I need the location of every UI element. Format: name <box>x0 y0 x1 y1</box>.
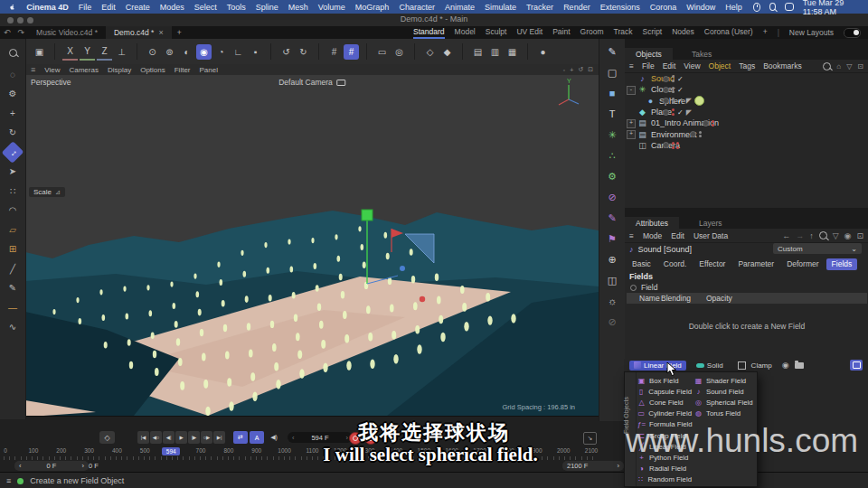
sound-mute-toggle[interactable]: ◀) <box>267 431 281 444</box>
om-menu-bookmarks[interactable]: Bookmarks <box>763 61 802 70</box>
enable-dot-icon[interactable] <box>663 87 669 93</box>
phong-tag-icon[interactable]: ◤ <box>686 97 692 105</box>
menu-item-cone-field[interactable]: △Cone Field <box>637 397 692 408</box>
folder-icon[interactable] <box>795 362 804 369</box>
attr-up-icon[interactable]: ↑ <box>809 231 814 240</box>
layout-tab-[interactable]: + <box>763 26 768 39</box>
measure-tool-icon[interactable]: — <box>5 300 21 315</box>
range-start-field[interactable]: ‹ 0 F › <box>14 461 89 471</box>
expander-icon[interactable]: + <box>627 130 636 139</box>
play-button[interactable]: ▶ <box>175 431 187 444</box>
menu-create[interactable]: Create <box>126 3 150 12</box>
time-machine-icon[interactable] <box>753 3 760 12</box>
playhead-marker[interactable]: 594 <box>162 447 180 455</box>
menu-corona[interactable]: Corona <box>650 3 677 12</box>
cursor-tool-icon[interactable]: ➤ <box>5 164 21 179</box>
layout-tab-track[interactable]: Track <box>614 26 633 39</box>
material-tag-icon[interactable] <box>694 96 704 106</box>
layout-tab-model[interactable]: Model <box>455 26 476 39</box>
scale-tool-icon[interactable]: ↔ <box>2 141 24 164</box>
apple-icon[interactable] <box>9 3 15 11</box>
menu-item-spherical-field[interactable]: ◎Spherical Field <box>694 397 754 408</box>
next-frame-button[interactable]: |▶ <box>188 431 200 444</box>
move-tool-icon[interactable]: + <box>5 106 21 121</box>
enabled-check-icon[interactable]: ✓ <box>677 75 684 83</box>
attr-back-icon[interactable]: ← <box>782 231 790 240</box>
redo-icon[interactable]: ↷ <box>14 28 29 37</box>
om-burger-icon[interactable]: ≡ <box>629 61 634 70</box>
section-tab-effector[interactable]: Effector <box>693 258 731 270</box>
timeline-expand-icon[interactable]: ↘ <box>583 432 597 445</box>
new-document-tab-button[interactable]: + <box>172 28 187 37</box>
menu-volume[interactable]: Volume <box>318 3 345 12</box>
range-up-icon[interactable]: › <box>82 462 85 470</box>
pin-view-icon[interactable]: ◦ <box>563 67 565 73</box>
menu-item-shader-field[interactable]: ▦Shader Field <box>694 375 754 386</box>
section-tab-basic[interactable]: Basic <box>627 258 656 270</box>
tweak-gear-icon[interactable]: ⚙ <box>5 86 21 101</box>
enable-dot-icon[interactable] <box>703 120 709 127</box>
visibility-dots-icon[interactable] <box>699 131 702 138</box>
enabled-check-icon[interactable]: ✓ <box>677 108 684 117</box>
attr-forward-icon[interactable]: → <box>796 231 804 240</box>
object-row-sound[interactable]: ♪Sound✓ <box>625 73 868 84</box>
section-tab-deformer[interactable]: Deformer <box>781 258 824 270</box>
object-row-cloner[interactable]: -✳Cloner✓ <box>625 84 868 95</box>
viewport-menu-cameras[interactable]: Cameras <box>69 66 98 74</box>
menu-item-torus-field[interactable]: ◍Torus Field <box>694 408 754 419</box>
om-home-icon[interactable]: ⌂ <box>836 62 841 70</box>
live-selection-icon[interactable]: ◌ <box>5 67 21 82</box>
clone-brush-icon[interactable]: ⊞ <box>5 241 21 257</box>
om-menu-view[interactable]: View <box>684 61 700 70</box>
menu-select[interactable]: Select <box>194 3 217 12</box>
goto-end-button[interactable]: ▶| <box>213 431 225 444</box>
menu-character[interactable]: Character <box>399 3 435 12</box>
menu-simulate[interactable]: Simulate <box>485 3 516 12</box>
object-row-sphere[interactable]: ●Sphere✓◤ <box>625 96 868 107</box>
field-parameter[interactable]: Field <box>630 283 657 292</box>
menu-item-box-field[interactable]: ▣Box Field <box>637 375 692 386</box>
preset-dropdown[interactable]: Custom⌄ <box>773 243 862 254</box>
visibility-dots-icon[interactable] <box>712 120 714 127</box>
goto-start-button[interactable]: |◀ <box>137 431 149 444</box>
field-flag-icon[interactable]: ⚑ <box>604 231 620 246</box>
phong-tag-icon[interactable]: ◤ <box>686 108 692 117</box>
menu-item-radial-field[interactable]: ◑Radial Field <box>637 464 692 474</box>
object-row-environment[interactable]: +▤Environment <box>625 128 868 139</box>
rotate-tool-icon[interactable]: ↻ <box>5 125 21 140</box>
visibility-dots-icon[interactable] <box>672 142 679 149</box>
om-search-icon[interactable] <box>823 62 831 70</box>
layout-tab-script[interactable]: Script <box>643 26 663 39</box>
viewport-menu-filter[interactable]: Filter <box>175 66 191 74</box>
attr-search-icon[interactable] <box>819 231 827 239</box>
attr-menu-mode[interactable]: Mode <box>643 231 662 240</box>
range-end-field[interactable]: 2100 F › <box>562 461 624 471</box>
undo-icon[interactable]: ↶ <box>0 28 14 37</box>
section-tab-coord[interactable]: Coord. <box>658 258 693 270</box>
om-menu-file[interactable]: File <box>642 61 655 70</box>
visibility-dots-icon[interactable] <box>672 108 675 116</box>
move-view-icon[interactable]: + <box>570 67 573 73</box>
object-row-camera[interactable]: ◫Camera <box>625 140 868 151</box>
expander-icon[interactable]: + <box>627 119 636 128</box>
rect-pen-icon[interactable]: ▱ <box>5 222 21 238</box>
enabled-check-icon[interactable]: ✓ <box>677 86 684 94</box>
frame-down-icon[interactable]: ‹ <box>292 434 295 442</box>
primitive-cube-icon[interactable]: ■ <box>604 86 620 100</box>
menu-window[interactable]: Window <box>686 3 715 12</box>
axis-modify-icon[interactable]: ∷ <box>5 183 21 199</box>
enable-dot-icon[interactable] <box>663 76 669 82</box>
arc-tool-icon[interactable]: ◠ <box>5 202 21 218</box>
range-offset-field[interactable]: 0 F <box>89 462 99 470</box>
om-menu-object[interactable]: Object <box>709 61 731 70</box>
camera-tool-icon[interactable]: ◫ <box>604 273 620 287</box>
camera-swap-icon[interactable] <box>336 80 345 86</box>
visibility-dots-icon[interactable] <box>672 98 675 105</box>
om-filter-icon[interactable]: ▽ <box>846 62 852 70</box>
control-center-icon[interactable] <box>785 3 794 11</box>
viewport-menu-view[interactable]: View <box>44 66 60 74</box>
attr-panel-icon[interactable]: ⊡ <box>856 231 863 240</box>
field-disc-icon[interactable]: ⊘ <box>604 190 620 204</box>
attr-record-icon[interactable]: ◉ <box>844 231 852 240</box>
next-key-button[interactable]: ○▶ <box>201 431 212 444</box>
